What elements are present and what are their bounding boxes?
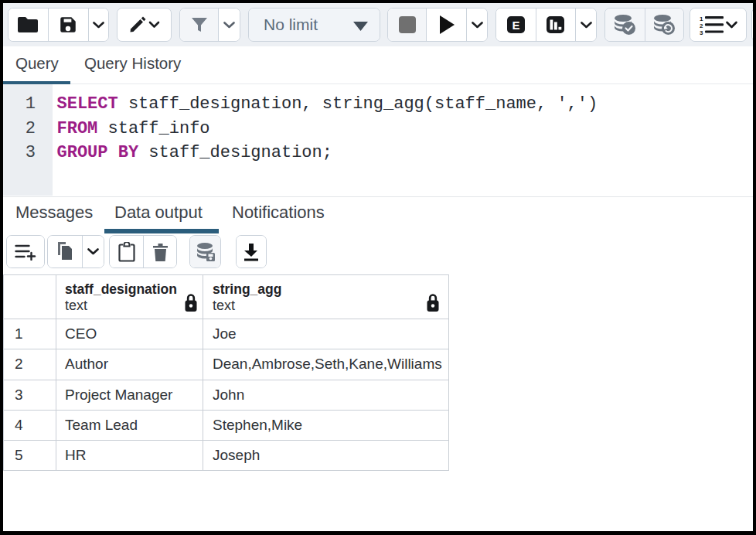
svg-text:E: E xyxy=(512,19,519,32)
svg-text:2: 2 xyxy=(700,22,703,29)
svg-text:1: 1 xyxy=(700,15,703,22)
svg-text:3: 3 xyxy=(700,29,703,36)
